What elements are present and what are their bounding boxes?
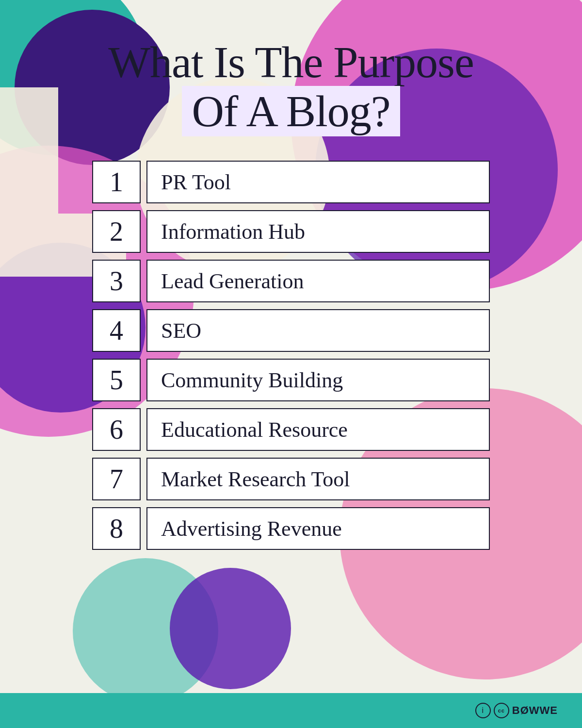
list-item: 2Information Hub — [92, 210, 490, 253]
item-number-8: 8 — [92, 507, 141, 550]
item-number-5: 5 — [92, 359, 141, 401]
item-label-3: Lead Generation — [146, 260, 490, 302]
item-label-1: PR Tool — [146, 161, 490, 203]
item-number-4: 4 — [92, 309, 141, 352]
footer-logo: i cc BØWWE — [475, 703, 558, 718]
list-item: 3Lead Generation — [92, 260, 490, 302]
item-divider — [141, 359, 146, 401]
item-divider — [141, 260, 146, 302]
item-label-5: Community Building — [146, 359, 490, 401]
footer: i cc BØWWE — [0, 693, 582, 728]
list-item: 1PR Tool — [92, 161, 490, 203]
item-label-6: Educational Resource — [146, 408, 490, 451]
list-item: 5Community Building — [92, 359, 490, 401]
title-line2: Of A Blog? — [182, 86, 400, 137]
list-item: 4SEO — [92, 309, 490, 352]
list-item: 6Educational Resource — [92, 408, 490, 451]
items-list: 1PR Tool2Information Hub3Lead Generation… — [92, 161, 490, 550]
item-number-2: 2 — [92, 210, 141, 253]
cc-icon: cc — [494, 703, 509, 718]
list-item: 8Advertising Revenue — [92, 507, 490, 550]
item-label-2: Information Hub — [146, 210, 490, 253]
item-divider — [141, 210, 146, 253]
list-item: 7Market Research Tool — [92, 458, 490, 500]
item-divider — [141, 507, 146, 550]
bg-purple-circle-bottom — [170, 568, 291, 689]
title-line1: What Is The Purpose — [108, 39, 473, 86]
main-content: What Is The Purpose Of A Blog? 1PR Tool2… — [0, 0, 582, 550]
item-number-7: 7 — [92, 458, 141, 500]
title-container: What Is The Purpose Of A Blog? — [108, 39, 473, 136]
brand-name: BØWWE — [512, 704, 558, 717]
item-number-6: 6 — [92, 408, 141, 451]
item-label-8: Advertising Revenue — [146, 507, 490, 550]
item-divider — [141, 458, 146, 500]
item-divider — [141, 309, 146, 352]
item-divider — [141, 408, 146, 451]
info-icon: i — [475, 703, 491, 718]
item-number-3: 3 — [92, 260, 141, 302]
item-label-7: Market Research Tool — [146, 458, 490, 500]
item-divider — [141, 161, 146, 203]
item-number-1: 1 — [92, 161, 141, 203]
item-label-4: SEO — [146, 309, 490, 352]
